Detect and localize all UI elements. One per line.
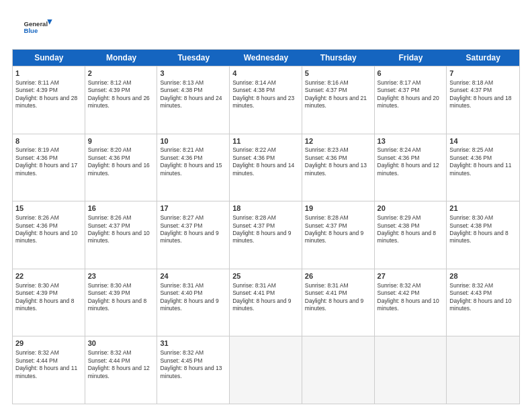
svg-text:General: General	[24, 20, 48, 28]
calendar-cell: 8Sunrise: 8:19 AMSunset: 4:36 PMDaylight…	[13, 134, 85, 201]
day-number: 21	[449, 203, 517, 214]
day-number: 11	[232, 136, 299, 146]
calendar-cell: 6Sunrise: 8:17 AMSunset: 4:37 PMDaylight…	[375, 66, 447, 134]
calendar-week-row: 15Sunrise: 8:26 AMSunset: 4:36 PMDayligh…	[13, 201, 519, 269]
calendar-cell: 5Sunrise: 8:16 AMSunset: 4:37 PMDaylight…	[302, 66, 375, 134]
calendar-header-day: Friday	[375, 50, 447, 66]
calendar-cell: 15Sunrise: 8:26 AMSunset: 4:36 PMDayligh…	[13, 201, 85, 269]
sunset-text: Sunset: 4:36 PM	[449, 154, 492, 161]
sunset-text: Sunset: 4:38 PM	[160, 87, 202, 93]
daylight-text: Daylight: 8 hours and 16 minutes.	[88, 162, 150, 176]
day-number: 26	[305, 271, 371, 281]
day-number: 29	[15, 338, 82, 349]
calendar-week-row: 1Sunrise: 8:11 AMSunset: 4:39 PMDaylight…	[13, 66, 519, 134]
day-number: 31	[160, 338, 226, 349]
sunrise-text: Sunrise: 8:11 AM	[15, 79, 59, 86]
daylight-text: Daylight: 8 hours and 12 minutes.	[88, 365, 150, 379]
calendar-cell: 17Sunrise: 8:27 AMSunset: 4:37 PMDayligh…	[157, 201, 230, 269]
daylight-text: Daylight: 8 hours and 9 minutes.	[160, 298, 218, 312]
calendar-cell	[447, 336, 519, 404]
daylight-text: Daylight: 8 hours and 20 minutes.	[378, 95, 439, 109]
calendar-cell: 11Sunrise: 8:22 AMSunset: 4:36 PMDayligh…	[230, 134, 302, 201]
day-number: 12	[305, 136, 371, 146]
sunrise-text: Sunrise: 8:30 AM	[449, 214, 493, 221]
daylight-text: Daylight: 8 hours and 14 minutes.	[232, 162, 294, 176]
calendar-header-day: Monday	[85, 50, 158, 66]
calendar-cell: 25Sunrise: 8:31 AMSunset: 4:41 PMDayligh…	[230, 269, 302, 336]
svg-marker-2	[47, 19, 52, 25]
daylight-text: Daylight: 8 hours and 11 minutes.	[449, 162, 511, 176]
sunrise-text: Sunrise: 8:14 AM	[232, 79, 276, 86]
sunset-text: Sunset: 4:37 PM	[232, 222, 275, 229]
calendar-cell: 28Sunrise: 8:32 AMSunset: 4:43 PMDayligh…	[447, 269, 519, 336]
calendar-week-row: 22Sunrise: 8:30 AMSunset: 4:39 PMDayligh…	[13, 269, 519, 336]
calendar-cell: 24Sunrise: 8:31 AMSunset: 4:40 PMDayligh…	[157, 269, 230, 336]
day-number: 1	[15, 68, 82, 79]
logo: General Blue	[12, 12, 66, 42]
daylight-text: Daylight: 8 hours and 13 minutes.	[160, 365, 222, 379]
sunset-text: Sunset: 4:36 PM	[160, 154, 202, 161]
daylight-text: Daylight: 8 hours and 10 minutes.	[378, 298, 439, 312]
daylight-text: Daylight: 8 hours and 9 minutes.	[232, 230, 291, 244]
calendar-cell: 31Sunrise: 8:32 AMSunset: 4:45 PMDayligh…	[157, 336, 230, 404]
daylight-text: Daylight: 8 hours and 17 minutes.	[15, 162, 77, 176]
sunrise-text: Sunrise: 8:32 AM	[15, 349, 59, 356]
calendar-week-row: 29Sunrise: 8:32 AMSunset: 4:44 PMDayligh…	[13, 336, 519, 404]
calendar-header-day: Thursday	[302, 50, 375, 66]
day-number: 18	[232, 203, 299, 214]
calendar-cell: 22Sunrise: 8:30 AMSunset: 4:39 PMDayligh…	[13, 269, 85, 336]
calendar-header-day: Tuesday	[157, 50, 230, 66]
daylight-text: Daylight: 8 hours and 11 minutes.	[15, 365, 77, 379]
calendar-cell: 26Sunrise: 8:31 AMSunset: 4:41 PMDayligh…	[302, 269, 375, 336]
sunset-text: Sunset: 4:39 PM	[88, 87, 130, 93]
daylight-text: Daylight: 8 hours and 18 minutes.	[449, 95, 511, 109]
calendar-cell: 27Sunrise: 8:32 AMSunset: 4:42 PMDayligh…	[375, 269, 447, 336]
sunrise-text: Sunrise: 8:26 AM	[15, 214, 59, 221]
sunset-text: Sunset: 4:41 PM	[232, 289, 275, 296]
day-number: 2	[88, 68, 154, 79]
calendar-cell: 14Sunrise: 8:25 AMSunset: 4:36 PMDayligh…	[447, 134, 519, 201]
sunset-text: Sunset: 4:36 PM	[88, 154, 130, 161]
sunset-text: Sunset: 4:37 PM	[305, 87, 347, 93]
daylight-text: Daylight: 8 hours and 9 minutes.	[305, 298, 363, 312]
calendar-cell	[302, 336, 375, 404]
sunrise-text: Sunrise: 8:25 AM	[449, 146, 493, 153]
sunrise-text: Sunrise: 8:28 AM	[305, 214, 349, 221]
calendar-header: SundayMondayTuesdayWednesdayThursdayFrid…	[13, 50, 519, 66]
calendar-cell: 20Sunrise: 8:29 AMSunset: 4:38 PMDayligh…	[375, 201, 447, 269]
sunset-text: Sunset: 4:38 PM	[378, 222, 420, 229]
sunset-text: Sunset: 4:36 PM	[15, 154, 58, 161]
day-number: 30	[88, 338, 154, 349]
sunset-text: Sunset: 4:36 PM	[232, 154, 275, 161]
day-number: 19	[305, 203, 371, 214]
daylight-text: Daylight: 8 hours and 12 minutes.	[378, 162, 439, 176]
sunrise-text: Sunrise: 8:31 AM	[160, 282, 204, 289]
calendar-cell: 30Sunrise: 8:32 AMSunset: 4:44 PMDayligh…	[85, 336, 158, 404]
sunrise-text: Sunrise: 8:29 AM	[378, 214, 421, 221]
daylight-text: Daylight: 8 hours and 8 minutes.	[15, 298, 74, 312]
calendar-cell: 18Sunrise: 8:28 AMSunset: 4:37 PMDayligh…	[230, 201, 302, 269]
sunset-text: Sunset: 4:37 PM	[449, 87, 492, 93]
sunset-text: Sunset: 4:38 PM	[232, 87, 275, 93]
header: General Blue	[12, 12, 520, 42]
calendar-body: 1Sunrise: 8:11 AMSunset: 4:39 PMDaylight…	[13, 66, 519, 404]
calendar-cell: 19Sunrise: 8:28 AMSunset: 4:37 PMDayligh…	[302, 201, 375, 269]
sunrise-text: Sunrise: 8:22 AM	[232, 146, 276, 153]
day-number: 14	[449, 136, 517, 146]
sunrise-text: Sunrise: 8:32 AM	[449, 282, 493, 289]
daylight-text: Daylight: 8 hours and 8 minutes.	[88, 298, 146, 312]
sunset-text: Sunset: 4:37 PM	[160, 222, 202, 229]
calendar-cell: 23Sunrise: 8:30 AMSunset: 4:39 PMDayligh…	[85, 269, 158, 336]
day-number: 20	[378, 203, 444, 214]
day-number: 15	[15, 203, 82, 214]
day-number: 9	[88, 136, 154, 146]
daylight-text: Daylight: 8 hours and 9 minutes.	[305, 230, 363, 244]
daylight-text: Daylight: 8 hours and 15 minutes.	[160, 162, 222, 176]
sunset-text: Sunset: 4:36 PM	[15, 222, 58, 229]
day-number: 17	[160, 203, 226, 214]
day-number: 6	[378, 68, 444, 79]
calendar-header-day: Wednesday	[230, 50, 302, 66]
sunset-text: Sunset: 4:41 PM	[305, 289, 347, 296]
sunrise-text: Sunrise: 8:21 AM	[160, 146, 204, 153]
day-number: 5	[305, 68, 371, 79]
